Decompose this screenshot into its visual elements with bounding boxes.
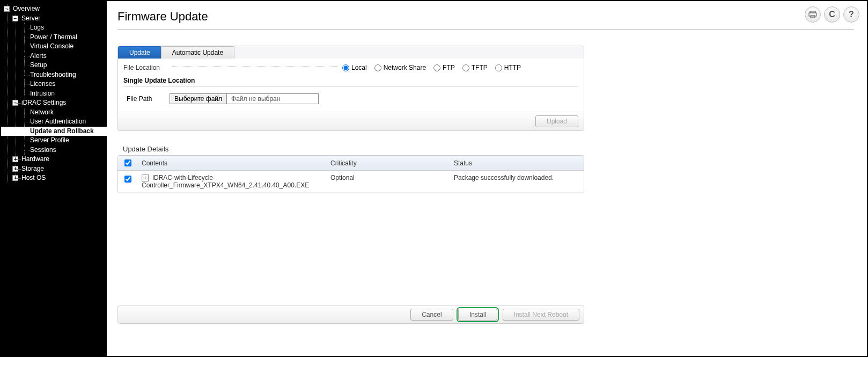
tree-toggle-hardware[interactable] bbox=[12, 156, 18, 162]
nav-server-profile[interactable]: Server Profile bbox=[30, 136, 69, 146]
tree-toggle-storage[interactable] bbox=[12, 166, 18, 172]
tree-toggle-overview[interactable] bbox=[4, 6, 10, 12]
main-content: C ? Firmware Update Update Automatic Upd… bbox=[107, 1, 867, 356]
nav-logs[interactable]: Logs bbox=[30, 23, 44, 33]
row-criticality: Optional bbox=[326, 171, 450, 193]
radio-tftp[interactable] bbox=[462, 64, 469, 71]
tab-automatic-update[interactable]: Automatic Update bbox=[161, 46, 234, 59]
install-button[interactable]: Install bbox=[458, 309, 497, 321]
nav-licenses[interactable]: Licenses bbox=[30, 79, 55, 89]
dotted-divider bbox=[172, 67, 338, 67]
nav-host-os[interactable]: Host OS bbox=[21, 173, 46, 183]
install-next-reboot-button[interactable]: Install Next Reboot bbox=[503, 309, 579, 321]
update-panel: Update Automatic Update File Location Lo… bbox=[117, 46, 584, 131]
nav-network[interactable]: Network bbox=[30, 108, 54, 118]
nav-alerts[interactable]: Alerts bbox=[30, 52, 47, 61]
nav-intrusion[interactable]: Intrusion bbox=[30, 89, 55, 99]
single-update-location-title: Single Update Location bbox=[123, 77, 578, 84]
radio-network-share-label: Network Share bbox=[384, 64, 426, 71]
nav-troubleshooting[interactable]: Troubleshooting bbox=[30, 70, 76, 80]
cancel-button[interactable]: Cancel bbox=[410, 309, 453, 321]
file-path-label: File Path bbox=[127, 95, 159, 103]
tree-toggle-hostos[interactable] bbox=[12, 175, 18, 181]
col-status: Status bbox=[450, 156, 584, 171]
expand-row-icon[interactable]: + bbox=[142, 175, 149, 181]
tab-update[interactable]: Update bbox=[118, 46, 161, 59]
radio-http-label: HTTP bbox=[504, 64, 521, 71]
radio-ftp-label: FTP bbox=[443, 64, 455, 71]
radio-network-share[interactable] bbox=[374, 64, 381, 71]
nav-setup[interactable]: Setup bbox=[30, 61, 47, 70]
page-title: Firmware Update bbox=[117, 10, 854, 24]
file-location-label: File Location bbox=[123, 64, 172, 71]
col-criticality: Criticality bbox=[326, 156, 450, 171]
action-bar: Cancel Install Install Next Reboot bbox=[117, 306, 584, 324]
update-details-title: Update Details bbox=[123, 145, 854, 153]
nav-sessions[interactable]: Sessions bbox=[30, 146, 56, 155]
row-contents: iDRAC-with-Lifecycle-Controller_Firmware… bbox=[142, 174, 309, 189]
radio-local-label: Local bbox=[351, 64, 367, 71]
help-icon[interactable]: ? bbox=[843, 6, 859, 23]
file-input[interactable]: Выберите файл Файл не выбран bbox=[170, 93, 319, 104]
upload-button[interactable]: Upload bbox=[535, 115, 578, 127]
row-status: Package successfully downloaded. bbox=[450, 171, 584, 193]
nav-power-thermal[interactable]: Power / Thermal bbox=[30, 33, 77, 42]
file-choose-button[interactable]: Выберите файл bbox=[170, 94, 227, 104]
nav-virtual-console[interactable]: Virtual Console bbox=[30, 42, 73, 52]
nav-tree: Overview Server Logs Power / Thermal Vir… bbox=[1, 1, 107, 356]
tree-toggle-idrac[interactable] bbox=[12, 100, 18, 106]
nav-storage[interactable]: Storage bbox=[21, 164, 44, 174]
nav-idrac-settings[interactable]: iDRAC Settings bbox=[21, 98, 66, 108]
nav-overview[interactable]: Overview bbox=[13, 4, 40, 14]
row-checkbox[interactable] bbox=[124, 176, 131, 183]
update-details-panel: Contents Criticality Status + iDRAC-with… bbox=[117, 155, 584, 193]
tree-toggle-server[interactable] bbox=[12, 16, 18, 21]
radio-local[interactable] bbox=[342, 64, 349, 71]
radio-tftp-label: TFTP bbox=[472, 64, 488, 71]
nav-server[interactable]: Server bbox=[21, 14, 40, 24]
file-location-radio-group: Local Network Share FTP TFTP HTTP bbox=[342, 64, 521, 71]
select-all-checkbox[interactable] bbox=[124, 159, 131, 166]
refresh-icon[interactable]: C bbox=[824, 6, 840, 23]
nav-user-authentication[interactable]: User Authentication bbox=[30, 117, 86, 127]
table-row: + iDRAC-with-Lifecycle-Controller_Firmwa… bbox=[118, 171, 584, 193]
nav-update-rollback[interactable]: Update and Rollback bbox=[30, 127, 94, 136]
print-icon[interactable] bbox=[805, 6, 821, 23]
radio-http[interactable] bbox=[495, 64, 502, 71]
nav-hardware[interactable]: Hardware bbox=[21, 155, 49, 164]
file-chosen-text: Файл не выбран bbox=[227, 94, 318, 104]
col-contents: Contents bbox=[137, 156, 326, 171]
radio-ftp[interactable] bbox=[433, 64, 440, 71]
